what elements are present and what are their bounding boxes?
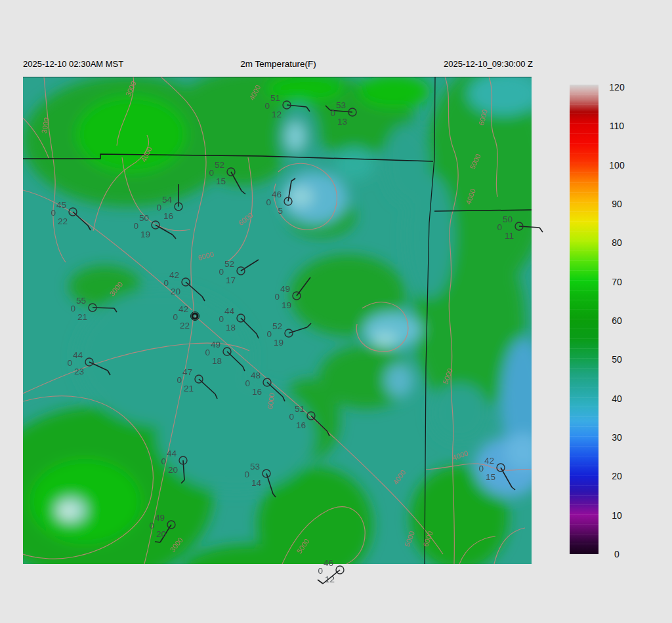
station-dewpoint: 19	[140, 230, 150, 239]
station-aux-value: 0	[149, 521, 154, 531]
station-aux-value: 0	[266, 329, 272, 339]
colorbar-tick-label: 10	[612, 510, 622, 521]
station-temperature: 48	[251, 371, 261, 380]
station-aux-value: 0	[133, 221, 138, 231]
station-aux-value: 0	[318, 566, 323, 576]
station-temperature: 46	[272, 190, 282, 199]
colorbar-tick-label: 50	[612, 354, 622, 365]
station-aux-value: 0	[289, 412, 294, 422]
station-aux-value: 0	[70, 304, 75, 313]
colorbar-tick-label: 60	[612, 315, 622, 326]
wind-barb	[155, 542, 160, 542]
colorbar-tick-label: 120	[609, 82, 624, 92]
station-temperature: 47	[182, 367, 192, 377]
station-dewpoint: 14	[251, 478, 262, 488]
station-dewpoint: 12	[272, 110, 282, 119]
station-temperature: 44	[167, 449, 177, 458]
colorbar-tick-label: 40	[612, 393, 622, 404]
station-aux-value: 0	[156, 203, 161, 212]
station-dewpoint: 22	[58, 216, 68, 226]
station-temperature: 52	[272, 321, 282, 331]
station-dewpoint: 19	[274, 338, 284, 348]
station-dewpoint: 11	[505, 231, 514, 241]
station-aux-value: 0	[219, 267, 224, 277]
station-dewpoint: 21	[184, 384, 194, 393]
station-dewpoint: 19	[282, 300, 291, 310]
station-temperature: 45	[56, 200, 66, 210]
station-dewpoint: 20	[168, 465, 178, 475]
station-dewpoint: 15	[486, 472, 495, 482]
weather-app-window: 2025-12-10 02:30AM MST 2m Temperature(F)…	[0, 0, 672, 623]
colorbar-tick-label: 20	[612, 471, 622, 481]
station-aux-value: 0	[161, 456, 166, 466]
station-dewpoint: 21	[77, 312, 87, 322]
station-temperature: 42	[484, 456, 494, 466]
station-dewpoint: 18	[226, 323, 236, 332]
station-aux-value: 0	[209, 168, 214, 178]
station-aux-value: 0	[163, 278, 169, 288]
station-aux-value: 0	[245, 378, 250, 388]
station-temperature: 53	[250, 462, 260, 472]
station-temperature: 42	[169, 270, 179, 280]
station-aux-value: 0	[51, 208, 56, 218]
station-aux-value: 0	[478, 464, 484, 473]
station-temperature: 50	[139, 213, 149, 223]
station-aux-value: 0	[330, 108, 335, 118]
colorbar-tick-label: 110	[610, 121, 624, 131]
colorbar-tick-label: 80	[612, 237, 622, 248]
station-aux-value: 0	[244, 470, 249, 479]
station-dewpoint: 13	[337, 117, 347, 127]
wind-barb	[93, 308, 114, 308]
station-temperature: 49	[211, 340, 220, 350]
station-aux-value: 0	[205, 348, 210, 357]
station-aux-value: 0	[497, 222, 502, 232]
station-dewpoint: 12	[325, 574, 335, 584]
station-dewpoint: 16	[252, 387, 262, 397]
colorbar-tick-label: 30	[612, 432, 622, 443]
station-temperature: 51	[270, 93, 280, 103]
station-aux-value: 0	[177, 375, 182, 385]
station-dewpoint: 5	[278, 206, 283, 216]
station-dewpoint: 22	[180, 321, 190, 331]
station-temperature: 50	[503, 214, 513, 224]
station-temperature: 54	[162, 195, 173, 205]
station-dewpoint: 17	[226, 275, 236, 285]
station-aux-value: 0	[266, 197, 271, 207]
station-temperature: 49	[155, 513, 165, 523]
colorbar-tick-label: 90	[612, 199, 622, 209]
station-dewpoint: 16	[163, 211, 173, 221]
colorbar-tick-label: 100	[609, 160, 624, 171]
station-aux-value: 0	[173, 312, 178, 322]
station-temperature: 52	[215, 160, 224, 170]
station-dewpoint: 16	[296, 420, 306, 430]
station-temperature: 42	[178, 304, 188, 314]
station-aux-value: 0	[219, 314, 224, 324]
station-temperature: 44	[73, 350, 83, 360]
wind-barb	[318, 580, 323, 584]
colorbar-step-stripes	[570, 85, 598, 554]
station-aux-value: 0	[264, 101, 270, 111]
station-dewpoint: 18	[212, 356, 222, 366]
station-temperature: 55	[76, 296, 86, 306]
station-temperature: 52	[224, 259, 234, 269]
station-dewpoint: 23	[74, 367, 84, 376]
station-temperature: 49	[280, 284, 290, 294]
wind-barb	[539, 228, 543, 232]
station-temperature: 44	[224, 306, 235, 316]
station-aux-value: 0	[274, 292, 280, 302]
station-aux-value: 0	[67, 358, 72, 368]
colorbar-tick-label: 70	[612, 277, 622, 287]
colorbar-tick-label: 0	[614, 549, 620, 559]
station-dewpoint: 20	[156, 529, 166, 539]
station-dewpoint: 20	[171, 287, 180, 296]
station-temperature: 46	[324, 558, 333, 568]
station-dewpoint: 15	[216, 176, 226, 186]
station-temperature: 53	[336, 100, 346, 110]
station-temperature: 51	[295, 404, 304, 414]
